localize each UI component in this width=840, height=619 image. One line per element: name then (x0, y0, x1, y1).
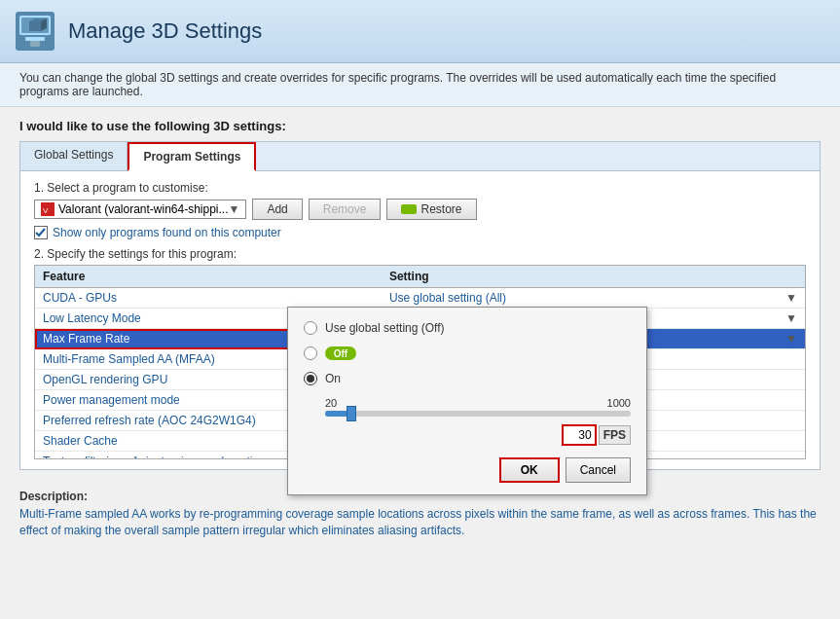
restore-label: Restore (420, 202, 461, 216)
tab-program-settings[interactable]: Program Settings (128, 142, 256, 171)
cell-chevron: ▼ (785, 332, 797, 346)
fps-unit-label: FPS (599, 425, 631, 445)
toggle-off-icon: Off (325, 346, 356, 360)
step2-label: 2. Specify the settings for this program… (34, 247, 806, 261)
radio-off[interactable] (304, 346, 317, 360)
remove-button[interactable]: Remove (309, 199, 382, 220)
slider-labels: 20 1000 (325, 397, 631, 409)
svg-text:V: V (43, 206, 49, 215)
option-on[interactable]: On (304, 372, 631, 385)
popup-buttons: OK Cancel (304, 457, 631, 483)
ok-button[interactable]: OK (499, 457, 560, 483)
cell-chevron: ▼ (785, 311, 797, 325)
max-frame-rate-popup: Use global setting (Off) Off On 20 1000 (287, 307, 647, 495)
app-icon (16, 12, 55, 51)
restore-button[interactable]: Restore (386, 199, 476, 220)
svg-rect-4 (30, 41, 40, 47)
section-title: I would like to use the following 3D set… (19, 119, 821, 133)
cancel-button[interactable]: Cancel (566, 457, 631, 483)
slider-max: 1000 (607, 397, 631, 409)
checkbox-icon (34, 226, 48, 239)
show-only-checkbox-row[interactable]: Show only programs found on this compute… (34, 226, 806, 239)
description-text: Multi-Frame sampled AA works by re-progr… (19, 506, 821, 539)
fps-input-row: FPS (304, 424, 631, 446)
radio-global[interactable] (304, 321, 317, 335)
option-global-label: Use global setting (Off) (325, 321, 445, 335)
page-title: Manage 3D Settings (68, 18, 262, 44)
add-button[interactable]: Add (252, 199, 302, 220)
table-row[interactable]: CUDA - GPUsUse global setting (All)▼ (35, 288, 805, 309)
cell-dropdown[interactable]: Use global setting (All)▼ (389, 291, 797, 305)
sub-description: You can change the global 3D settings an… (0, 63, 840, 107)
slider-thumb[interactable] (347, 406, 356, 421)
valorant-icon: V (41, 202, 55, 216)
dropdown-chevron: ▼ (229, 202, 240, 216)
fps-input[interactable] (562, 424, 597, 446)
description-section: Description: Multi-Frame sampled AA work… (0, 490, 840, 539)
program-name: Valorant (valorant-win64-shippi... (58, 202, 229, 216)
show-only-label: Show only programs found on this compute… (53, 226, 281, 239)
program-select-row: V Valorant (valorant-win64-shippi... ▼ A… (34, 199, 806, 220)
option-off[interactable]: Off (304, 346, 631, 360)
cell-chevron: ▼ (785, 291, 797, 305)
program-dropdown[interactable]: V Valorant (valorant-win64-shippi... ▼ (34, 200, 246, 219)
nvidia-icon (401, 204, 417, 214)
table-cell-setting: Use global setting (All)▼ (382, 288, 805, 309)
step1-label: 1. Select a program to customise: (34, 181, 806, 195)
option-on-label: On (325, 372, 341, 385)
table-cell-feature: CUDA - GPUs (35, 288, 382, 309)
radio-on[interactable] (304, 372, 317, 385)
slider-min: 20 (325, 397, 337, 409)
svg-marker-5 (29, 21, 41, 31)
col-feature: Feature (35, 266, 382, 288)
header: Manage 3D Settings (0, 0, 840, 63)
option-global[interactable]: Use global setting (Off) (304, 321, 631, 335)
col-setting: Setting (382, 266, 805, 288)
tabs-container: Global Settings Program Settings (20, 142, 820, 171)
slider-track[interactable] (325, 411, 631, 417)
tab-global-settings[interactable]: Global Settings (20, 142, 128, 170)
svg-rect-3 (25, 37, 45, 41)
fps-slider-container: 20 1000 (325, 397, 631, 417)
